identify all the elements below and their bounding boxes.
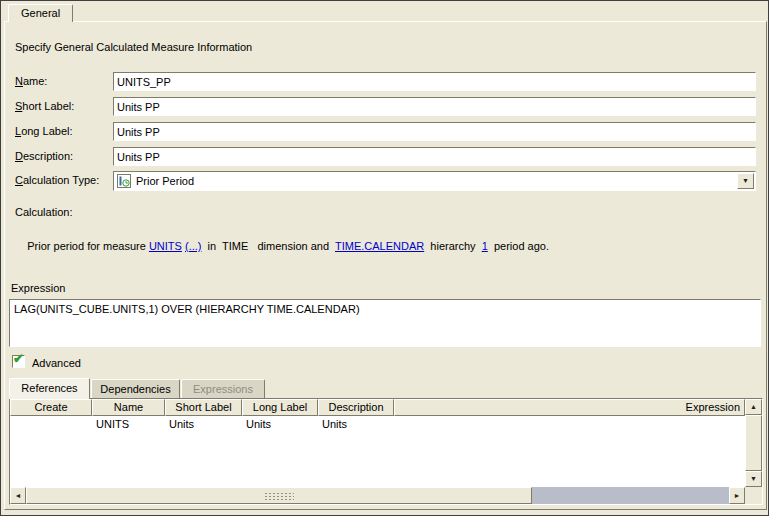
- scroll-right-button[interactable]: ►: [729, 487, 745, 504]
- column-header-name: Name: [92, 399, 165, 416]
- cell-long-label: Units: [242, 416, 318, 433]
- scroll-down-button[interactable]: ▼: [745, 471, 762, 487]
- vertical-scroll-thumb[interactable]: [745, 415, 762, 471]
- advanced-checkbox[interactable]: ✔: [12, 355, 25, 368]
- calculation-type-select[interactable]: Prior Period ▼: [113, 171, 756, 191]
- tab-expressions: Expressions: [181, 379, 265, 398]
- tab-references[interactable]: References: [9, 378, 90, 399]
- scroll-up-button[interactable]: ▲: [745, 399, 762, 415]
- description-label: Description:: [15, 150, 73, 162]
- calculation-type-label-rest: alculation Type:: [23, 174, 99, 186]
- cell-description: Units: [318, 416, 394, 433]
- long-label-field[interactable]: [113, 122, 756, 141]
- calc-text-4: hierarchy: [424, 240, 481, 252]
- tab-references-label: References: [21, 382, 77, 394]
- scrollbar-corner: [745, 487, 762, 504]
- arrow-down-icon: ▼: [746, 472, 761, 486]
- advanced-checkbox-label: Advanced: [32, 357, 81, 369]
- scroll-left-button[interactable]: ◄: [10, 487, 26, 504]
- short-label-label: Short Label:: [15, 100, 74, 112]
- calculation-type-label: Calculation Type:: [15, 174, 99, 186]
- prior-period-icon: [117, 174, 131, 190]
- column-header-description: Description: [318, 399, 394, 416]
- combo-dropdown-button[interactable]: ▼: [737, 173, 754, 189]
- page-title: Specify General Calculated Measure Infor…: [15, 41, 252, 53]
- calc-text-1: Prior period for measure: [27, 240, 149, 252]
- scroll-thumb-grip: [264, 492, 294, 501]
- table-vertical-scrollbar[interactable]: ▲ ▼: [745, 399, 762, 487]
- calculation-sentence: Prior period for measure UNITS (...) in …: [15, 228, 757, 264]
- tab-general[interactable]: General: [8, 4, 73, 22]
- tab-dependencies[interactable]: Dependencies: [91, 379, 180, 398]
- expression-input[interactable]: LAG(UNITS_CUBE.UNITS,1) OVER (HIERARCHY …: [9, 299, 761, 347]
- measure-link[interactable]: UNITS: [149, 240, 182, 252]
- calculated-measure-dialog: General Specify General Calculated Measu…: [0, 0, 769, 516]
- name-label: Name:: [15, 75, 47, 87]
- long-label-label: Long Label:: [15, 125, 73, 137]
- check-icon: ✔: [13, 351, 24, 366]
- expression-label: Expression: [11, 282, 65, 294]
- column-header-short-label: Short Label: [165, 399, 242, 416]
- short-label-field[interactable]: [113, 97, 756, 116]
- chevron-down-icon: ▼: [738, 174, 753, 188]
- tab-dependencies-label: Dependencies: [100, 383, 170, 395]
- calculation-type-label-mnemonic: C: [15, 174, 23, 186]
- cell-short-label: Units: [165, 416, 242, 433]
- description-label-rest: escription:: [23, 150, 73, 162]
- arrow-up-icon: ▲: [746, 400, 761, 414]
- expression-value: LAG(UNITS_CUBE.UNITS,1) OVER (HIERARCHY …: [14, 303, 360, 315]
- name-field[interactable]: [113, 72, 756, 91]
- tab-general-label: General: [21, 7, 60, 19]
- arrow-right-icon: ►: [730, 488, 744, 504]
- table-horizontal-scrollbar[interactable]: ◄ ►: [10, 487, 745, 504]
- measure-args-link[interactable]: (...): [185, 240, 202, 252]
- calculation-type-value: Prior Period: [136, 175, 194, 187]
- column-header-expression: Expression: [394, 399, 745, 416]
- cell-expression: [394, 416, 745, 433]
- long-label-rest: ong Label:: [21, 125, 72, 137]
- calculation-label: Calculation:: [15, 206, 72, 218]
- short-label-rest: hort Label:: [22, 100, 74, 112]
- table-row[interactable]: UNITS Units Units Units: [10, 416, 745, 433]
- column-header-create: Create: [10, 399, 92, 416]
- name-label-rest: ame:: [23, 75, 47, 87]
- calc-text-3: in TIME dimension and: [201, 240, 335, 252]
- hierarchy-link[interactable]: TIME.CALENDAR: [335, 240, 424, 252]
- description-label-mnemonic: D: [15, 150, 23, 162]
- horizontal-scroll-thumb[interactable]: [26, 487, 532, 504]
- references-table: Create Name Short Label Long Label Descr…: [9, 398, 763, 505]
- name-label-mnemonic: N: [15, 75, 23, 87]
- tab-expressions-label: Expressions: [193, 383, 253, 395]
- table-header-row: Create Name Short Label Long Label Descr…: [10, 399, 745, 416]
- arrow-left-icon: ◄: [11, 488, 25, 504]
- cell-create: [10, 416, 92, 433]
- description-field[interactable]: [113, 147, 756, 166]
- column-header-long-label: Long Label: [242, 399, 318, 416]
- calc-text-5: period ago.: [488, 240, 549, 252]
- cell-name: UNITS: [92, 416, 165, 433]
